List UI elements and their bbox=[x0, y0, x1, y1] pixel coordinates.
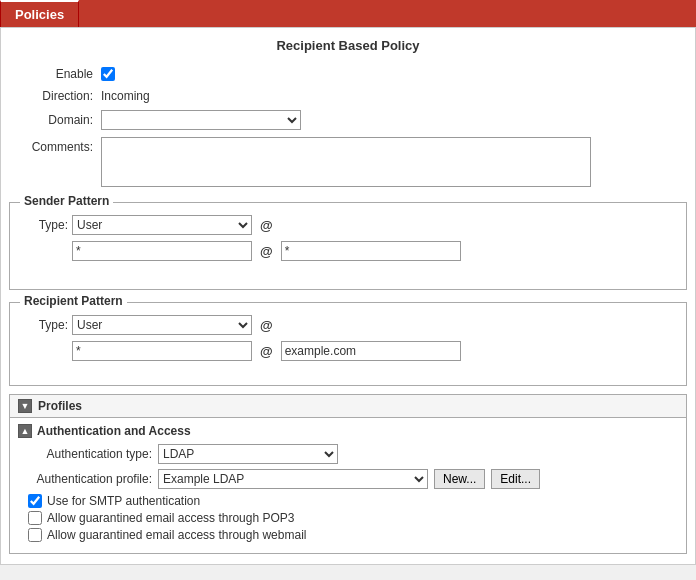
pop3-label: Allow guarantined email access through P… bbox=[47, 511, 294, 525]
recipient-at1: @ bbox=[256, 318, 277, 333]
enable-label: Enable bbox=[11, 67, 101, 81]
smtp-label: Use for SMTP authentication bbox=[47, 494, 200, 508]
sender-type-label: Type: bbox=[30, 218, 68, 232]
comments-textarea[interactable] bbox=[101, 137, 591, 187]
recipient-type-label: Type: bbox=[30, 318, 68, 332]
enable-checkbox[interactable] bbox=[101, 67, 115, 81]
direction-value: Incoming bbox=[101, 89, 150, 103]
auth-access-legend: Authentication and Access bbox=[37, 424, 191, 438]
auth-type-label: Authentication type: bbox=[22, 447, 152, 461]
recipient-user-input[interactable] bbox=[72, 341, 252, 361]
recipient-type-select[interactable]: User Group Domain bbox=[72, 315, 252, 335]
sender-at1: @ bbox=[256, 218, 277, 233]
webmail-checkbox[interactable] bbox=[28, 528, 42, 542]
sender-domain-input[interactable] bbox=[281, 241, 461, 261]
auth-collapse-icon[interactable]: ▲ bbox=[18, 424, 32, 438]
policies-tab[interactable]: Policies bbox=[0, 0, 79, 27]
webmail-label: Allow guarantined email access through w… bbox=[47, 528, 306, 542]
profiles-legend: Profiles bbox=[38, 399, 82, 413]
direction-label: Direction: bbox=[11, 89, 101, 103]
new-button[interactable]: New... bbox=[434, 469, 485, 489]
domain-label: Domain: bbox=[11, 113, 101, 127]
page-title: Recipient Based Policy bbox=[1, 38, 695, 53]
auth-profile-label: Authentication profile: bbox=[22, 472, 152, 486]
recipient-at2: @ bbox=[256, 344, 277, 359]
sender-at2: @ bbox=[256, 244, 277, 259]
auth-type-select[interactable]: LDAP None Active Directory bbox=[158, 444, 338, 464]
sender-type-select[interactable]: User Group Domain bbox=[72, 215, 252, 235]
domain-select[interactable] bbox=[101, 110, 301, 130]
sender-user-input[interactable] bbox=[72, 241, 252, 261]
profiles-collapse-icon[interactable]: ▼ bbox=[18, 399, 32, 413]
auth-profile-select[interactable]: Example LDAP bbox=[158, 469, 428, 489]
sender-pattern-legend: Sender Pattern bbox=[20, 194, 113, 208]
pop3-checkbox[interactable] bbox=[28, 511, 42, 525]
auth-access-header: ▲ Authentication and Access bbox=[18, 424, 678, 438]
edit-button[interactable]: Edit... bbox=[491, 469, 540, 489]
recipient-domain-input[interactable] bbox=[281, 341, 461, 361]
smtp-checkbox[interactable] bbox=[28, 494, 42, 508]
comments-label: Comments: bbox=[11, 137, 101, 154]
recipient-pattern-legend: Recipient Pattern bbox=[20, 294, 127, 308]
